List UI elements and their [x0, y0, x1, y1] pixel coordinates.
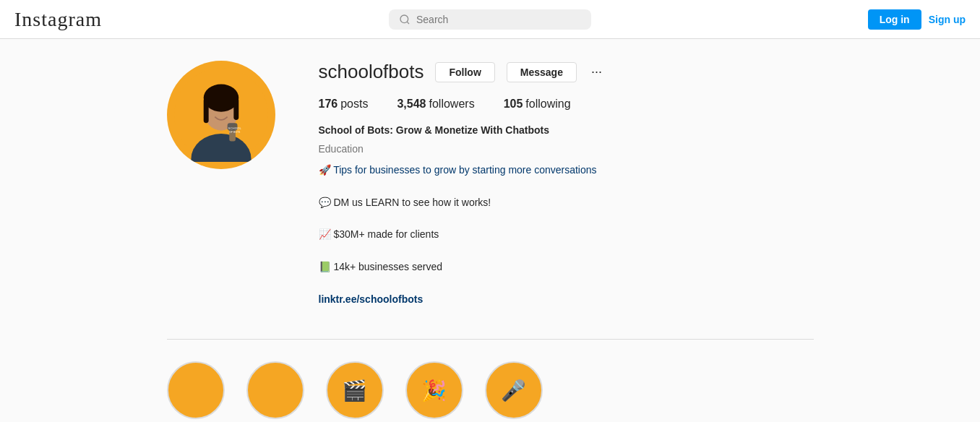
svg-point-5 [203, 85, 238, 112]
bio-name: School of Bots: Grow & Monetize With Cha… [319, 122, 814, 138]
story-item[interactable]: 🎤EVENTS [485, 361, 543, 422]
svg-text:OF BOTS: OF BOTS [229, 131, 241, 134]
story-item[interactable]: VIP DM List [246, 361, 304, 422]
followers-stat[interactable]: 3,548 followers [397, 98, 474, 111]
profile-top-row: schoolofbots Follow Message ··· [319, 61, 814, 83]
bio-category: Education [319, 141, 814, 157]
svg-text:SCHOOL: SCHOOL [228, 126, 241, 130]
story-emoji: 🎬 [342, 379, 367, 402]
svg-line-1 [407, 22, 409, 24]
message-button[interactable]: Message [507, 62, 577, 82]
story-item[interactable]: HIRING [167, 361, 225, 422]
stories-section: HIRINGVIP DM List🎬DEMO🎉BTS🎤EVENTS [167, 347, 814, 422]
bio-line-2: 💬 DM us LEARN to see how it works! [319, 194, 814, 210]
story-circle [246, 361, 304, 419]
bio-line-3: 📈 $30M+ made for clients [319, 226, 814, 242]
divider [167, 339, 814, 340]
signup-button[interactable]: Sign up [929, 14, 966, 25]
main-content: SCHOOL OF BOTS schoolofbots Follow Messa… [152, 39, 828, 422]
following-label: following [525, 98, 570, 111]
story-circle: 🎬 [326, 361, 384, 419]
bio-line-4: 📗 14k+ businesses served [319, 259, 814, 275]
following-count: 105 [504, 98, 523, 111]
search-area [332, 9, 649, 30]
svg-rect-6 [203, 98, 208, 124]
search-input[interactable] [416, 14, 581, 25]
story-item[interactable]: 🎬DEMO [326, 361, 384, 422]
story-circle [167, 361, 225, 419]
bio-link[interactable]: linktr.ee/schoolofbots [319, 293, 424, 305]
search-box[interactable] [389, 9, 591, 30]
followers-label: followers [429, 98, 475, 111]
follow-button[interactable]: Follow [435, 62, 494, 82]
instagram-logo: Instagram [14, 8, 332, 31]
story-circle: 🎉 [405, 361, 463, 419]
svg-point-0 [400, 15, 408, 23]
posts-count: 176 [319, 98, 338, 111]
following-stat[interactable]: 105 following [504, 98, 571, 111]
posts-label: posts [340, 98, 368, 111]
profile-info: schoolofbots Follow Message ··· 176 post… [319, 61, 814, 307]
more-options-button[interactable]: ··· [588, 64, 605, 79]
posts-stat: 176 posts [319, 98, 369, 111]
story-circle: 🎤 [485, 361, 543, 419]
followers-count: 3,548 [397, 98, 426, 111]
profile-stats: 176 posts 3,548 followers 105 following [319, 98, 814, 111]
username: schoolofbots [319, 61, 424, 83]
story-emoji: 🎤 [501, 379, 526, 402]
bio-line-1: 🚀 Tips for businesses to grow by startin… [319, 162, 814, 178]
header: Instagram Log in Sign up [0, 0, 980, 39]
login-button[interactable]: Log in [868, 9, 921, 30]
story-item[interactable]: 🎉BTS [405, 361, 463, 422]
header-actions: Log in Sign up [648, 9, 966, 30]
svg-rect-7 [233, 98, 238, 120]
profile-photo: SCHOOL OF BOTS [174, 68, 268, 162]
story-emoji: 🎉 [421, 379, 447, 402]
profile-section: SCHOOL OF BOTS schoolofbots Follow Messa… [167, 61, 814, 307]
bio: School of Bots: Grow & Monetize With Cha… [319, 122, 814, 307]
search-icon [399, 14, 411, 25]
avatar: SCHOOL OF BOTS [167, 61, 275, 169]
